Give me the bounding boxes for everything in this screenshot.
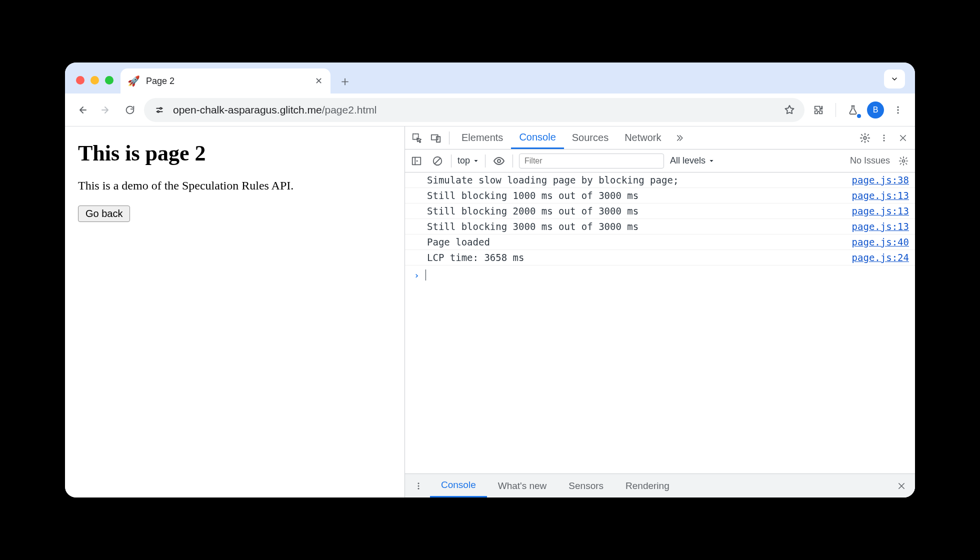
separator — [512, 154, 513, 168]
live-expression-button[interactable] — [492, 154, 506, 168]
drawer-tab-sensors[interactable]: Sensors — [558, 474, 614, 498]
address-bar[interactable]: open-chalk-asparagus.glitch.me/page2.htm… — [144, 98, 804, 122]
reload-icon — [124, 104, 136, 116]
kebab-icon — [414, 482, 423, 490]
devtools-tab-elements[interactable]: Elements — [454, 126, 511, 149]
console-settings-button[interactable] — [896, 154, 911, 168]
window-maximize-button[interactable] — [105, 76, 114, 84]
svg-point-20 — [418, 488, 420, 489]
close-icon — [897, 482, 906, 490]
sidebar-icon — [411, 156, 422, 166]
tab-favicon-icon: 🚀 — [128, 75, 140, 87]
levels-label: All levels — [670, 156, 706, 166]
devtools-drawer: ConsoleWhat's newSensorsRendering — [405, 474, 915, 498]
triangle-down-icon — [473, 158, 479, 164]
arrow-right-icon — [100, 104, 112, 116]
svg-point-17 — [902, 160, 905, 162]
tab-strip: 🚀 Page 2 ✕ ＋ — [65, 62, 915, 94]
browser-menu-button[interactable] — [888, 100, 908, 120]
new-tab-button[interactable]: ＋ — [336, 72, 354, 90]
arrow-left-icon — [76, 104, 88, 116]
svg-point-16 — [498, 160, 500, 162]
drawer-tab-what-s-new[interactable]: What's new — [487, 474, 558, 498]
drawer-close-button[interactable] — [893, 482, 910, 490]
log-message: Page loaded — [427, 236, 846, 248]
devtools-tab-sources[interactable]: Sources — [564, 126, 616, 149]
triangle-down-icon — [708, 158, 714, 164]
url-host: open-chalk-asparagus.glitch.me — [173, 104, 322, 116]
labs-button[interactable] — [843, 100, 863, 120]
svg-point-19 — [418, 485, 420, 486]
log-source-link[interactable]: page.js:40 — [846, 236, 909, 248]
tab-title: Page 2 — [146, 76, 308, 86]
nav-back-button[interactable] — [72, 100, 92, 120]
console-log-row: Still blocking 1000 ms out of 3000 mspag… — [405, 188, 915, 204]
drawer-tab-console[interactable]: Console — [430, 474, 487, 498]
svg-point-18 — [418, 482, 420, 484]
console-log-row: Still blocking 2000 ms out of 3000 mspag… — [405, 204, 915, 219]
log-message: Still blocking 2000 ms out of 3000 ms — [427, 206, 846, 216]
clear-console-button[interactable] — [430, 154, 445, 168]
svg-point-8 — [864, 136, 866, 140]
console-prompt[interactable]: › — [405, 266, 915, 282]
close-icon — [898, 134, 908, 142]
window-close-button[interactable] — [76, 76, 84, 84]
svg-line-15 — [435, 158, 440, 164]
execution-context-selector[interactable]: top — [458, 156, 479, 166]
console-toolbar: top All levels No Issues — [405, 150, 915, 172]
log-source-link[interactable]: page.js:13 — [846, 221, 909, 232]
devtools-settings-button[interactable] — [856, 129, 874, 147]
devtools-tab-network[interactable]: Network — [616, 126, 669, 149]
devtools-tabbar: ElementsConsoleSourcesNetwork — [405, 126, 915, 150]
chevron-down-icon — [890, 75, 898, 83]
log-source-link[interactable]: page.js:13 — [846, 206, 909, 216]
page-viewport: This is page 2 This is a demo of the Spe… — [65, 126, 405, 498]
devtools-menu-button[interactable] — [875, 129, 893, 147]
toolbar-divider — [836, 103, 836, 117]
log-source-link[interactable]: page.js:13 — [846, 190, 909, 201]
browser-tab[interactable]: 🚀 Page 2 ✕ — [120, 68, 330, 94]
url-path: /page2.html — [322, 104, 377, 116]
go-back-button[interactable]: Go back — [78, 206, 130, 222]
log-message: Still blocking 1000 ms out of 3000 ms — [427, 190, 846, 201]
separator — [485, 154, 486, 168]
devtools-close-button[interactable] — [894, 129, 912, 147]
chevrons-right-icon — [674, 133, 684, 143]
svg-point-10 — [884, 137, 885, 138]
console-filter-input[interactable] — [519, 154, 664, 168]
extensions-button[interactable] — [808, 100, 828, 120]
device-toolbar-button[interactable] — [427, 129, 445, 147]
profile-avatar[interactable]: B — [867, 102, 884, 118]
inspect-element-button[interactable] — [408, 129, 426, 147]
svg-point-0 — [160, 108, 162, 109]
log-levels-selector[interactable]: All levels — [670, 156, 714, 166]
drawer-tab-rendering[interactable]: Rendering — [614, 474, 680, 498]
console-sidebar-toggle[interactable] — [409, 154, 424, 168]
drawer-menu-button[interactable] — [410, 482, 427, 490]
issues-count[interactable]: No Issues — [850, 156, 890, 166]
bookmark-button[interactable] — [784, 104, 796, 116]
console-log-row: Page loadedpage.js:40 — [405, 234, 915, 250]
svg-point-1 — [158, 110, 159, 112]
window-minimize-button[interactable] — [90, 76, 99, 84]
tabs-dropdown-button[interactable] — [884, 70, 905, 88]
console-log-row: LCP time: 3658 mspage.js:24 — [405, 250, 915, 266]
nav-reload-button[interactable] — [120, 100, 140, 120]
devtools-tab-console[interactable]: Console — [511, 126, 564, 149]
star-icon — [784, 104, 796, 116]
eye-icon — [493, 155, 505, 167]
puzzle-icon — [813, 104, 824, 116]
nav-forward-button[interactable] — [96, 100, 116, 120]
more-panels-button[interactable] — [670, 129, 688, 147]
gear-icon — [898, 156, 908, 166]
context-label: top — [458, 156, 470, 166]
devices-icon — [430, 132, 442, 144]
svg-point-11 — [884, 140, 885, 141]
tab-close-button[interactable]: ✕ — [314, 76, 324, 86]
log-source-link[interactable]: page.js:38 — [846, 174, 909, 186]
log-source-link[interactable]: page.js:24 — [846, 252, 909, 263]
separator — [451, 154, 452, 168]
browser-window: 🚀 Page 2 ✕ ＋ open-chalk-asparagus.glitch… — [65, 62, 915, 498]
content-area: This is page 2 This is a demo of the Spe… — [65, 126, 915, 498]
site-settings-icon[interactable] — [153, 104, 166, 116]
